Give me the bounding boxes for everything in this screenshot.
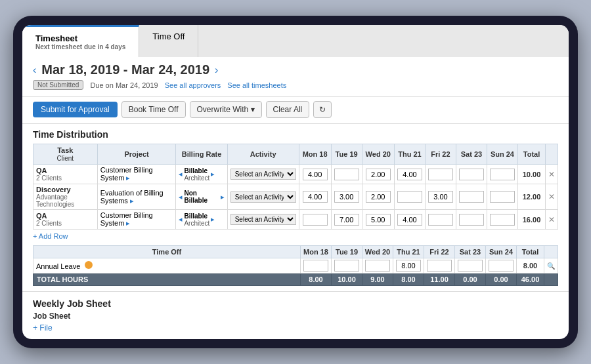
add-row-link[interactable]: + Add Row xyxy=(33,232,68,240)
day-tue[interactable] xyxy=(331,210,362,230)
input-thu[interactable] xyxy=(397,169,422,180)
billing-arrow2[interactable]: ▸ xyxy=(211,170,215,178)
delete-icon[interactable]: ✕ xyxy=(548,215,555,224)
day-fri[interactable] xyxy=(425,184,456,210)
status-badge: Not Submitted xyxy=(33,80,83,90)
day-mon[interactable] xyxy=(299,210,331,230)
day-sat[interactable] xyxy=(456,165,487,184)
day-wed[interactable] xyxy=(362,210,394,230)
project-arrow[interactable]: ▸ xyxy=(130,197,134,205)
activity-select[interactable]: Select an Activity xyxy=(230,192,296,203)
overwrite-with-button[interactable]: Overwrite With ▾ xyxy=(190,101,262,118)
day-thu[interactable] xyxy=(394,210,425,230)
activity-cell[interactable]: Select an Activity xyxy=(227,184,299,210)
day-tue[interactable] xyxy=(331,165,362,184)
info-icon[interactable]: 🔍 xyxy=(547,262,555,270)
tab-timesheet[interactable]: Timesheet Next timesheet due in 4 days xyxy=(22,25,139,57)
to-input-sun[interactable] xyxy=(489,260,514,272)
prev-arrow[interactable]: ‹ xyxy=(33,64,36,76)
to-input-fri[interactable] xyxy=(427,260,452,272)
to-action-cell[interactable]: 🔍 xyxy=(544,258,558,273)
day-mon[interactable] xyxy=(299,184,331,210)
to-input-sat[interactable] xyxy=(458,260,483,272)
delete-icon[interactable]: ✕ xyxy=(548,192,555,201)
day-wed[interactable] xyxy=(362,165,394,184)
input-tue[interactable] xyxy=(334,214,359,226)
book-time-off-button[interactable]: Book Time Off xyxy=(121,101,186,118)
day-wed[interactable] xyxy=(362,184,394,210)
project-arrow[interactable]: ▸ xyxy=(126,174,130,182)
input-fri[interactable] xyxy=(428,214,453,226)
clear-all-button[interactable]: Clear All xyxy=(266,101,310,118)
billing-arrow2[interactable]: ▸ xyxy=(211,215,215,224)
input-sun[interactable] xyxy=(490,191,515,203)
input-wed[interactable] xyxy=(366,191,391,203)
to-day-tue[interactable] xyxy=(332,258,362,273)
activity-select[interactable]: Select an Activity xyxy=(230,214,296,225)
input-mon[interactable] xyxy=(303,214,328,226)
input-sun[interactable] xyxy=(490,169,515,180)
day-mon[interactable] xyxy=(299,165,331,184)
refresh-button[interactable]: ↻ xyxy=(313,101,332,118)
to-input-mon[interactable] xyxy=(303,260,328,272)
day-thu[interactable] xyxy=(394,184,425,210)
project-cell: Customer Billing System ▸ xyxy=(97,210,176,230)
submit-button[interactable]: Submit for Approval xyxy=(33,102,118,117)
add-file-link[interactable]: + File xyxy=(33,323,53,333)
input-wed[interactable] xyxy=(366,214,391,226)
activity-cell[interactable]: Select an Activity xyxy=(227,165,299,184)
delete-cell[interactable]: ✕ xyxy=(546,184,558,210)
input-mon[interactable] xyxy=(303,169,328,180)
delete-cell[interactable]: ✕ xyxy=(546,165,558,184)
input-sat[interactable] xyxy=(459,191,484,203)
to-day-fri[interactable] xyxy=(424,258,455,273)
billing-cell: ◂ Non Billable ▸ xyxy=(176,184,227,210)
delete-cell[interactable]: ✕ xyxy=(546,210,558,230)
date-range-label: Mar 18, 2019 - Mar 24, 2019 xyxy=(41,62,209,77)
input-mon[interactable] xyxy=(303,191,328,203)
day-sat[interactable] xyxy=(456,184,487,210)
to-mon: Mon 18 xyxy=(301,246,332,258)
tab-timeoff[interactable]: Time Off xyxy=(139,25,198,57)
input-sat[interactable] xyxy=(459,214,484,226)
input-tue[interactable] xyxy=(334,169,359,180)
day-sat[interactable] xyxy=(456,210,487,230)
day-thu[interactable] xyxy=(394,165,425,184)
see-approvers-link[interactable]: See all approvers xyxy=(165,81,221,89)
to-input-tue[interactable] xyxy=(334,260,359,272)
delete-icon[interactable]: ✕ xyxy=(548,170,555,179)
to-input-thu[interactable] xyxy=(396,260,421,272)
to-input-wed[interactable] xyxy=(365,260,390,272)
activity-select[interactable]: Select an Activity xyxy=(230,169,296,180)
day-fri[interactable] xyxy=(425,165,456,184)
to-day-sun[interactable] xyxy=(486,258,517,273)
to-day-thu[interactable] xyxy=(393,258,424,273)
tab-bar: Timesheet Next timesheet due in 4 days T… xyxy=(22,25,569,57)
day-sun[interactable] xyxy=(487,165,517,184)
day-tue[interactable] xyxy=(331,184,362,210)
to-day-mon[interactable] xyxy=(301,258,332,273)
input-fri[interactable] xyxy=(428,191,453,203)
billing-arrow[interactable]: ◂ xyxy=(179,193,183,201)
next-arrow[interactable]: › xyxy=(215,64,218,76)
input-tue[interactable] xyxy=(334,191,359,203)
input-sat[interactable] xyxy=(459,169,484,180)
to-day-wed[interactable] xyxy=(362,258,393,273)
billing-arrow[interactable]: ◂ xyxy=(179,170,183,178)
input-sun[interactable] xyxy=(490,214,515,226)
day-fri[interactable] xyxy=(425,210,456,230)
to-day-sat[interactable] xyxy=(455,258,486,273)
day-sun[interactable] xyxy=(487,210,517,230)
input-thu[interactable] xyxy=(397,191,422,203)
billing-arrow[interactable]: ◂ xyxy=(179,215,183,224)
project-arrow[interactable]: ▸ xyxy=(126,219,130,227)
to-row-total: 8.00 xyxy=(517,258,544,273)
activity-cell[interactable]: Select an Activity xyxy=(227,210,299,230)
input-fri[interactable] xyxy=(428,169,453,180)
billing-arrow2[interactable]: ▸ xyxy=(221,193,225,201)
th-fri: Fri 22 xyxy=(425,144,456,165)
input-wed[interactable] xyxy=(366,169,391,180)
day-sun[interactable] xyxy=(487,184,517,210)
see-timesheets-link[interactable]: See all timesheets xyxy=(227,81,286,89)
input-thu[interactable] xyxy=(397,214,422,226)
